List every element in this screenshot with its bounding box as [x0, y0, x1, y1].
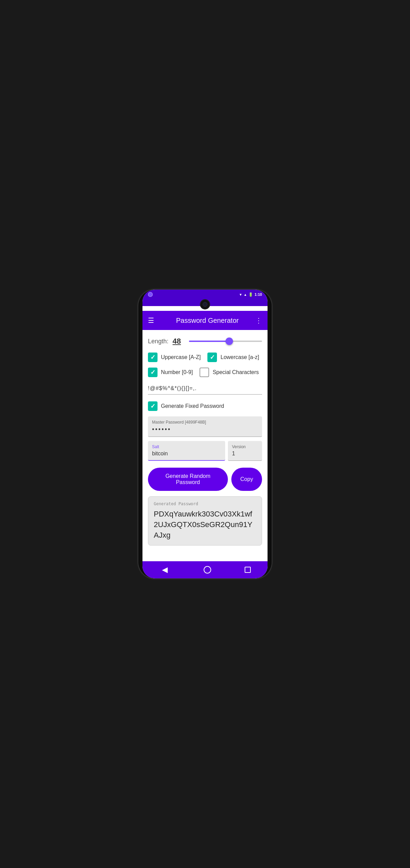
- notch-area: [142, 299, 268, 306]
- special-chars-label: Special Characters: [213, 369, 259, 375]
- app-title: Password Generator: [160, 317, 255, 325]
- fixed-password-checkmark: ✓: [150, 402, 155, 410]
- home-button[interactable]: [204, 566, 211, 574]
- back-button[interactable]: ◀: [159, 563, 170, 577]
- length-label: Length:: [148, 338, 168, 345]
- fixed-password-row: ✓ Generate Fixed Password: [148, 401, 262, 411]
- length-row: Length: 48: [148, 337, 262, 346]
- special-chars-input[interactable]: [148, 383, 262, 395]
- salt-label: Salt: [152, 444, 221, 449]
- main-content: Length: 48 ✓ Uppercase [A-Z]: [142, 330, 268, 561]
- slider-track: [189, 341, 262, 342]
- uppercase-checkmark: ✓: [150, 354, 155, 361]
- phone-frame: ▼ ▲ 🔋 1:10 ☰ Password Generator ⋮ Length…: [138, 290, 272, 578]
- signal-icon: ▲: [244, 293, 247, 297]
- copy-button[interactable]: Copy: [231, 468, 262, 491]
- fixed-password-label: Generate Fixed Password: [161, 403, 224, 409]
- status-bar: ▼ ▲ 🔋 1:10: [142, 290, 268, 299]
- camera-notch: [200, 299, 210, 309]
- version-value: 1: [232, 451, 258, 457]
- generated-password-box: Generated Password PDXqYauwkrk303Cv03Xk1…: [148, 496, 262, 546]
- salt-value: bitcoin: [152, 451, 221, 457]
- checkbox-row-2: ✓ Number [0-9] Special Characters: [148, 368, 262, 377]
- master-password-label: Master Password [4899F48B]: [152, 420, 258, 425]
- numbers-checkbox-item[interactable]: ✓ Number [0-9]: [148, 368, 193, 377]
- uppercase-label: Uppercase [A-Z]: [161, 354, 201, 360]
- numbers-label: Number [0-9]: [161, 369, 193, 375]
- fixed-password-checkbox[interactable]: ✓: [148, 401, 158, 411]
- slider-thumb[interactable]: [226, 337, 233, 345]
- bottom-nav: ◀: [142, 561, 268, 578]
- buttons-row: Generate Random Password Copy: [148, 468, 262, 491]
- clock: 1:10: [255, 292, 262, 297]
- special-chars-checkbox[interactable]: [200, 368, 209, 377]
- status-right: ▼ ▲ 🔋 1:10: [239, 292, 262, 297]
- wifi-icon: ▼: [239, 293, 242, 297]
- master-password-value: ••••••: [152, 426, 258, 433]
- status-indicator: [148, 292, 153, 297]
- master-password-container[interactable]: Master Password [4899F48B] ••••••: [148, 416, 262, 437]
- status-left: [148, 292, 153, 297]
- version-label: Version: [232, 444, 258, 449]
- app-bar: ☰ Password Generator ⋮: [142, 311, 268, 330]
- salt-container[interactable]: Salt bitcoin: [148, 441, 225, 461]
- numbers-checkbox[interactable]: ✓: [148, 368, 158, 377]
- lowercase-checkbox[interactable]: ✓: [207, 353, 217, 362]
- numbers-checkmark: ✓: [150, 369, 155, 376]
- lowercase-label: Lowercase [a-z]: [220, 354, 259, 360]
- generated-password-value: PDXqYauwkrk303Cv03Xk1wf2UJxGQTX0sSeGR2Qu…: [154, 509, 256, 540]
- uppercase-checkbox[interactable]: ✓: [148, 353, 158, 362]
- lowercase-checkbox-item[interactable]: ✓ Lowercase [a-z]: [207, 353, 259, 362]
- slider-container[interactable]: [189, 337, 262, 345]
- special-chars-checkbox-item[interactable]: Special Characters: [200, 368, 259, 377]
- recents-button[interactable]: [245, 567, 251, 573]
- generated-password-label: Generated Password: [154, 501, 256, 506]
- camera-lens: [203, 302, 207, 307]
- length-value: 48: [173, 337, 185, 346]
- salt-version-row: Salt bitcoin Version 1: [148, 441, 262, 461]
- battery-icon: 🔋: [248, 292, 253, 297]
- uppercase-checkbox-item[interactable]: ✓ Uppercase [A-Z]: [148, 353, 201, 362]
- menu-icon[interactable]: ☰: [148, 316, 154, 325]
- phone-screen: ▼ ▲ 🔋 1:10 ☰ Password Generator ⋮ Length…: [142, 290, 268, 578]
- generate-random-password-button[interactable]: Generate Random Password: [148, 468, 228, 491]
- checkbox-row-1: ✓ Uppercase [A-Z] ✓ Lowercase [a-z]: [148, 353, 262, 362]
- more-options-icon[interactable]: ⋮: [255, 316, 262, 325]
- lowercase-checkmark: ✓: [210, 354, 215, 361]
- version-container[interactable]: Version 1: [228, 441, 262, 461]
